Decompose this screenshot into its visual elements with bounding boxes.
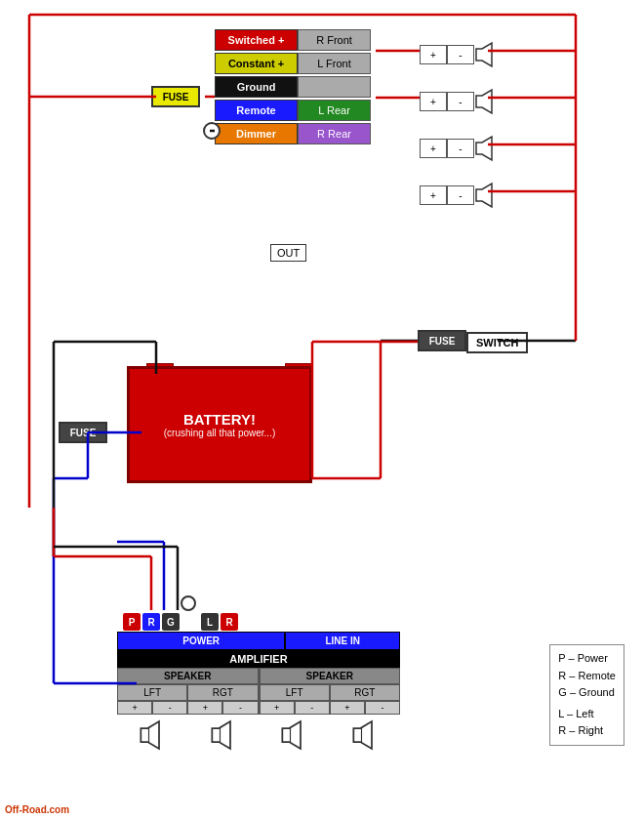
- amp-pm-rgt2-minus: -: [365, 701, 400, 715]
- hu-row-ground: Ground: [215, 76, 376, 98]
- amp-spk-left-channels: LFT RGT: [117, 684, 259, 701]
- hu-ground-output: [298, 76, 371, 98]
- spk-rrear-minus: -: [447, 185, 474, 205]
- amp-spk-right-channels: LFT RGT: [260, 684, 401, 701]
- svg-marker-6: [212, 721, 230, 749]
- speaker-lfront: + -: [420, 88, 498, 117]
- head-unit: Switched + R Front Constant + L Front Gr…: [215, 29, 376, 146]
- speaker-icon-rrear: [474, 182, 498, 209]
- amp-pm-lft1-minus: -: [152, 701, 187, 715]
- spk-rrear-plus: +: [420, 185, 447, 205]
- legend-r: R – Remote: [558, 668, 616, 685]
- amp-power-label: POWER: [117, 632, 285, 650]
- hu-row-dimmer: Dimmer R Rear: [215, 123, 376, 144]
- hu-switched-output: R Front: [298, 29, 371, 51]
- svg-marker-10: [353, 721, 372, 749]
- hu-ground-label: Ground: [215, 76, 298, 98]
- legend-g: G – Ground: [558, 684, 616, 702]
- spk-lfront-plus: +: [420, 92, 447, 111]
- spk-lrear-plus: +: [420, 139, 447, 158]
- fuse-top-left: FUSE: [151, 86, 200, 107]
- amp-speaker-left: SPEAKER LFT RGT + - + -: [117, 668, 260, 715]
- amp-spk-left-pm: + - + -: [117, 701, 259, 715]
- pin-ground: G: [162, 613, 180, 631]
- legend-l: L – Left: [558, 706, 616, 723]
- amp-ch-lft2: LFT: [260, 684, 330, 701]
- hu-dimmer-label: Dimmer: [215, 123, 298, 144]
- amp-pm-rgt1-minus: -: [222, 701, 258, 715]
- amp-speaker-icons: [117, 718, 400, 752]
- hu-row-constant: Constant + L Front: [215, 53, 376, 74]
- pin-power: P: [123, 613, 141, 631]
- amp-pins-row: P R G L R: [122, 613, 400, 631]
- svg-marker-0: [476, 43, 492, 66]
- speaker-icon-lfront: [474, 88, 498, 115]
- legend-p: P – Power: [558, 650, 616, 668]
- hu-remote-label: Remote: [215, 100, 298, 121]
- switch-box: SWITCH: [466, 332, 528, 353]
- amp-pm-lft2-minus: -: [295, 701, 330, 715]
- diagram: Switched + R Front Constant + L Front Gr…: [0, 0, 644, 820]
- amp-ground-circle: [181, 595, 196, 611]
- watermark: Off-Road.com: [5, 804, 69, 815]
- pin-right: R: [221, 613, 238, 631]
- legend: P – Power R – Remote G – Ground L – Left…: [549, 644, 624, 746]
- hu-dimmer-output: R Rear: [298, 123, 371, 144]
- amp-pm-lft1-plus: +: [117, 701, 152, 715]
- speaker-lrear: + -: [420, 135, 498, 164]
- speaker-rrear: + -: [420, 182, 498, 211]
- legend-r2: R – Right: [558, 722, 616, 740]
- amplifier: P R G L R POWER LINE IN AMPLIFIER SPEAKE…: [117, 595, 400, 752]
- out-label: OUT: [270, 244, 306, 262]
- amp-ch-rgt2: RGT: [330, 684, 400, 701]
- amp-pm-rgt1-plus: +: [187, 701, 222, 715]
- spk-lfront-minus: -: [447, 92, 474, 111]
- amp-title: AMPLIFIER: [117, 650, 400, 668]
- battery-label: BATTERY!: [183, 411, 256, 428]
- amp-spk-icon-3: [280, 718, 307, 752]
- speaker-rfront: + -: [420, 41, 498, 70]
- amp-ch-rgt1: RGT: [187, 684, 258, 701]
- amp-pm-rgt2-plus: +: [330, 701, 365, 715]
- amp-spk-left-label: SPEAKER: [117, 668, 259, 684]
- hu-row-remote: Remote L Rear: [215, 100, 376, 121]
- spk-rfront-minus: -: [447, 45, 474, 64]
- pin-left: L: [201, 613, 219, 631]
- battery-sublabel: (crushing all that power...): [164, 428, 276, 438]
- amp-pm-lft2-plus: +: [260, 701, 295, 715]
- amp-spk-right-label: SPEAKER: [260, 668, 401, 684]
- amp-speaker-right: SPEAKER LFT RGT + - + -: [260, 668, 401, 715]
- fuse-center: FUSE: [418, 330, 466, 351]
- hu-remote-output: L Rear: [298, 100, 371, 121]
- speaker-icon-lrear: [474, 135, 498, 162]
- amp-spk-icon-2: [210, 718, 237, 752]
- speaker-icon-rfront: [474, 41, 498, 68]
- amp-speaker-sections: SPEAKER LFT RGT + - + - SPEAKER LFT RGT: [117, 668, 400, 715]
- svg-marker-8: [283, 721, 302, 749]
- hu-constant-output: L Front: [298, 53, 371, 74]
- amp-linein-label: LINE IN: [285, 632, 400, 650]
- ground-circle: [203, 122, 221, 140]
- spk-rfront-plus: +: [420, 45, 447, 64]
- svg-marker-3: [476, 184, 492, 207]
- amp-spk-right-pm: + - + -: [260, 701, 401, 715]
- hu-row-switched: Switched + R Front: [215, 29, 376, 51]
- svg-marker-2: [476, 137, 492, 160]
- amp-spk-icon-1: [139, 718, 166, 752]
- amp-ch-lft1: LFT: [117, 684, 187, 701]
- svg-marker-4: [141, 721, 160, 749]
- hu-constant-label: Constant +: [215, 53, 298, 74]
- fuse-left-mid: FUSE: [59, 422, 107, 443]
- pin-remote: R: [142, 613, 160, 631]
- amp-section-labels: POWER LINE IN: [117, 632, 400, 650]
- hu-switched-label: Switched +: [215, 29, 298, 51]
- spk-lrear-minus: -: [447, 139, 474, 158]
- amp-spk-icon-4: [351, 718, 379, 752]
- svg-marker-1: [476, 90, 492, 113]
- battery: BATTERY! (crushing all that power...): [127, 366, 312, 483]
- pin-gap: [181, 613, 200, 631]
